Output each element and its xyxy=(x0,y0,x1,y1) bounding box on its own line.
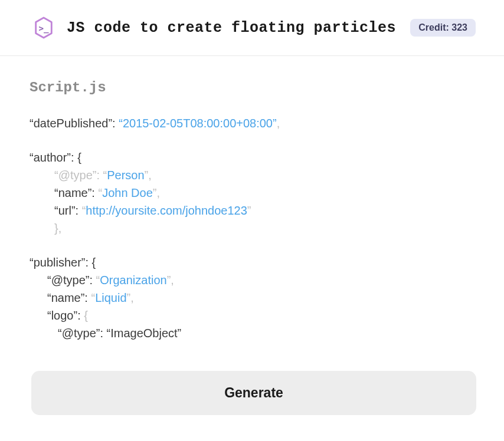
code-value-link[interactable]: “2015-02-05T08:00:00+08:00” xyxy=(119,117,276,130)
code-key: “@type” xyxy=(58,327,100,340)
header-left: >_ JS code to create floating particles xyxy=(32,17,396,39)
code-key: “author” xyxy=(30,151,71,164)
main-content: Script.js “datePublished”: “2015-02-05T0… xyxy=(0,56,504,342)
code-sep: : xyxy=(96,169,103,182)
code-value-link[interactable]: Liquid xyxy=(95,291,126,304)
code-close-brace: } xyxy=(54,222,58,235)
code-sep: : xyxy=(91,186,98,199)
code-publisher-block: “publisher”: { “@type”: “Organization”, … xyxy=(30,254,474,342)
code-quote: ” xyxy=(247,204,251,217)
section-title: Script.js xyxy=(30,80,474,96)
code-comma: , xyxy=(171,274,174,287)
app-header: >_ JS code to create floating particles … xyxy=(0,0,504,56)
code-value-link[interactable]: John Doe xyxy=(102,186,153,199)
code-sep: : xyxy=(100,327,106,340)
code-comma: , xyxy=(277,117,280,130)
page-title: JS code to create floating particles xyxy=(67,19,396,37)
code-value-link[interactable]: http://yoursite.com/johndoe123 xyxy=(86,204,247,217)
code-key: “name” xyxy=(54,186,91,199)
code-key: “logo” xyxy=(47,309,77,322)
code-sep: : xyxy=(84,291,91,304)
code-value: “ImageObject” xyxy=(107,327,182,340)
code-author-block: “author”: { “@type”: “Person”, “name”: “… xyxy=(30,149,474,237)
code-sep: : xyxy=(89,274,96,287)
code-key: “name” xyxy=(47,291,84,304)
code-brace: : { xyxy=(85,256,96,269)
generate-button[interactable]: Generate xyxy=(31,371,476,415)
code-comma: , xyxy=(148,169,152,182)
code-comma: , xyxy=(156,186,160,199)
code-key: “@type” xyxy=(47,274,89,287)
svg-text:>_: >_ xyxy=(38,24,49,34)
app-logo-icon: >_ xyxy=(32,17,55,39)
code-key-muted: “@type” xyxy=(54,169,96,182)
code-block: “datePublished”: “2015-02-05T08:00:00+08… xyxy=(30,114,474,342)
code-comma: , xyxy=(130,291,134,304)
code-key: “url” xyxy=(54,204,76,217)
code-key: “datePublished” xyxy=(30,117,112,130)
code-date-published: “datePublished”: “2015-02-05T08:00:00+08… xyxy=(30,114,474,132)
code-value-link[interactable]: Organization xyxy=(100,274,166,287)
code-value-link[interactable]: Person xyxy=(107,169,144,182)
code-key: “publisher” xyxy=(30,256,85,269)
code-sep: : xyxy=(77,309,84,322)
code-brace: { xyxy=(84,309,88,322)
code-brace: : { xyxy=(71,151,81,164)
credit-badge: Credit: 323 xyxy=(410,19,476,37)
code-sep: : xyxy=(76,204,82,217)
code-comma: , xyxy=(58,222,62,235)
code-sep: : xyxy=(112,117,119,130)
